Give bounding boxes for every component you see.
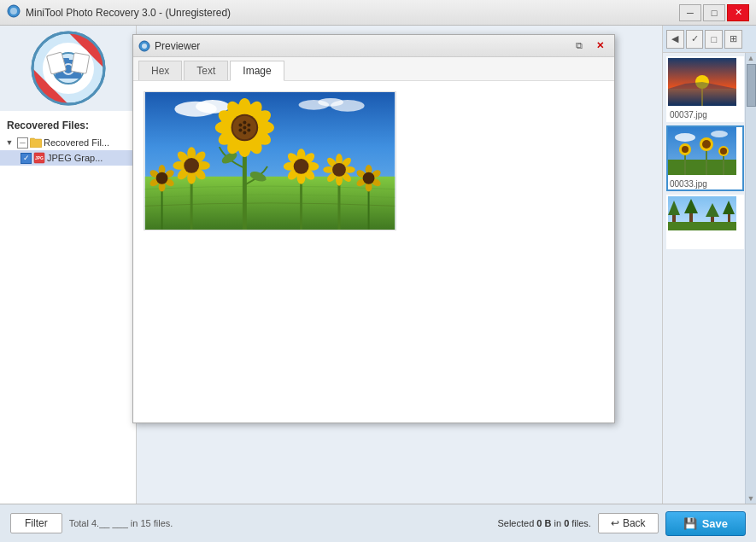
previewer-titlebar: Previewer ⧉ ✕ [133,35,614,57]
title-bar-controls: ─ □ ✕ [679,4,749,21]
forest-svg [668,196,736,230]
svg-point-112 [156,172,168,184]
scroll-up-arrow[interactable]: ▲ [746,53,756,63]
tree-expand-icon[interactable]: ▼ [3,137,15,149]
close-button[interactable]: ✕ [727,4,749,21]
title-bar: MiniTool Photo Recovery 3.0 - (Unregiste… [0,0,756,26]
svg-point-104 [332,163,346,177]
section-title: Recovered Files: [0,116,136,135]
save-button[interactable]: 💾 Save [665,511,746,536]
thumbnail-2[interactable]: 00033.jpg [666,125,744,191]
tree-child-item[interactable]: ✓ JPG JPEG Grap... [0,150,136,166]
svg-point-1 [10,8,17,15]
svg-point-94 [294,159,309,174]
thumb-img-3 [668,196,736,248]
recovered-files-section: Recovered Files: ▼ ─ Recovered Fil... ✓ [0,111,136,542]
svg-point-68 [243,121,246,125]
previewer-title: Previewer [155,40,200,52]
previewer-close-button[interactable]: ✕ [590,38,609,54]
svg-text:JPG: JPG [35,155,44,160]
svg-rect-22 [668,160,736,175]
svg-point-71 [243,131,246,134]
check-thumb-button[interactable]: ✓ [686,30,704,49]
previewer-restore-button[interactable]: ⧉ [570,38,589,54]
tree-child-checkbox[interactable]: ✓ [21,153,32,164]
prev-thumb-button[interactable]: ◀ [666,30,684,49]
tab-image[interactable]: Image [230,61,284,81]
thumbnails-area: 00037.jpg [663,53,756,504]
tree-child-expand [14,152,19,164]
app-title: MiniTool Photo Recovery 3.0 - (Unregiste… [26,7,231,19]
landscape-svg [668,58,736,106]
svg-point-28 [702,140,711,149]
previewer-controls: ⧉ ✕ [570,38,609,54]
svg-rect-12 [71,53,90,74]
svg-point-20 [675,133,695,142]
app-logo [30,30,107,107]
previewer-title-left: Previewer [138,40,200,52]
jpeg-icon: JPG [33,152,45,164]
logo-area [0,26,136,111]
bottom-bar: Filter Total 4.__ ___ in 15 files. Selec… [0,504,756,542]
multi-view-button[interactable]: ⊞ [724,30,742,49]
tab-text[interactable]: Text [184,61,228,80]
back-button[interactable]: ↩ Back [598,513,659,533]
svg-point-70 [247,128,250,131]
tree-root-label: Recovered Fil... [44,137,109,148]
scrollbar-track[interactable]: ▲ ▼ [745,53,756,504]
svg-point-120 [363,172,375,184]
single-view-button[interactable]: □ [705,30,723,49]
previewer-icon [138,40,150,52]
filter-button[interactable]: Filter [10,513,62,533]
preview-image [144,91,396,230]
svg-point-73 [238,124,242,127]
thumbnail-3[interactable] [666,195,744,249]
scroll-down-arrow[interactable]: ▼ [746,493,756,504]
tab-hex[interactable]: Hex [138,61,182,80]
sunflower-thumb-svg [668,127,736,175]
svg-point-72 [238,128,242,131]
svg-point-84 [184,158,199,173]
thumb-img-1 [668,58,736,109]
app-body: Recovered Files: ▼ ─ Recovered Fil... ✓ [0,26,756,542]
tree-root-checkbox[interactable]: ─ [17,137,28,149]
save-icon: 💾 [683,517,697,530]
svg-point-43 [142,44,147,49]
bottom-left: Filter Total 4.__ ___ in 15 files. [10,513,173,533]
scrollbar-thumb[interactable] [747,64,756,107]
svg-rect-41 [668,222,736,230]
previewer-dialog: Previewer ⧉ ✕ Hex Text Image [132,34,615,423]
svg-point-69 [247,124,250,127]
svg-point-49 [331,100,365,112]
svg-point-21 [711,131,728,137]
thumb-img-2 [668,127,736,178]
bottom-right: Selected 0 B in 0 files. ↩ Back 💾 Save [497,511,746,536]
previewer-content [133,81,614,423]
right-thumbnail-panel: ◀ ✓ □ ⊞ [662,26,756,504]
tree-root-item[interactable]: ▼ ─ Recovered Fil... [0,135,136,150]
app-icon [7,4,21,20]
left-panel: Recovered Files: ▼ ─ Recovered Fil... ✓ [0,26,137,542]
title-bar-left: MiniTool Photo Recovery 3.0 - (Unregiste… [7,4,231,20]
total-text: Total 4.__ ___ in 15 files. [69,518,173,528]
back-arrow-icon: ↩ [611,517,619,529]
thumbnail-1[interactable]: 00037.jpg [666,56,744,122]
svg-point-31 [720,148,727,154]
svg-point-25 [682,146,689,153]
folder-icon [30,137,42,149]
previewer-tabs: Hex Text Image [133,57,614,81]
right-toolbar: ◀ ✓ □ ⊞ [663,26,756,53]
thumb-label-1: 00037.jpg [668,109,742,120]
minimize-button[interactable]: ─ [679,4,701,21]
tree-child-label: JPEG Grap... [47,153,103,163]
selected-info: Selected 0 B in 0 files. [497,518,591,528]
svg-point-74 [243,126,246,130]
maximize-button[interactable]: □ [703,4,725,21]
thumb-label-2: 00033.jpg [668,178,742,189]
